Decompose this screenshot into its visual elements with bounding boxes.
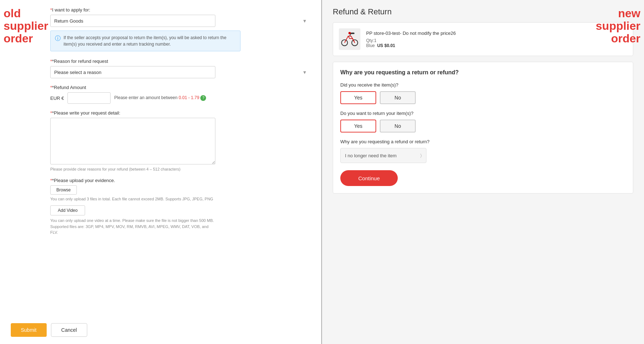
apply-for-chevron-icon: ▼ [302, 18, 307, 24]
detail-label: **Please write your request detail: [50, 110, 311, 116]
detail-section: **Please write your request detail: Plea… [50, 110, 311, 171]
video-hint: You can only upload one video at a time.… [50, 218, 215, 236]
svg-rect-3 [351, 33, 354, 34]
reason-select-value: I no longer need the item [345, 153, 397, 158]
q1-btn-group: Yes No [340, 91, 626, 104]
reason-chevron-icon: ▼ [302, 70, 307, 75]
upload-hint: You can only upload 3 files in total. Ea… [50, 197, 215, 201]
reason-label: **Reason for refund request [50, 59, 311, 64]
q2-btn-group: Yes No [340, 120, 626, 133]
question-card-title: Why are you requesting a return or refun… [340, 69, 626, 76]
watermark-left: old supplier order [4, 7, 48, 45]
info-icon: ⓘ [55, 35, 61, 42]
amount-hint: Please enter an amount between 0.01 - 1.… [114, 95, 206, 101]
apply-for-label: *I want to apply for: [50, 7, 311, 13]
question-row-2: Do you want to return your item(s)? Yes … [340, 111, 626, 133]
q1-no-button[interactable]: No [380, 91, 416, 104]
refund-amount-section: **Refund Amount EUR € Please enter an am… [50, 85, 311, 104]
product-price: US $0.01 [377, 43, 395, 48]
reason-select[interactable]: Please select a reason [50, 66, 215, 78]
q2-yes-button[interactable]: Yes [340, 120, 376, 133]
q1-yes-button[interactable]: Yes [340, 91, 376, 104]
q3-text: Why are you requesting a refund or retur… [340, 139, 626, 144]
question-row-1: Did you receive the item(s)? Yes No [340, 82, 626, 104]
detail-textarea[interactable] [50, 118, 215, 164]
product-card: PP store-03-test- Do not modify the pric… [333, 22, 633, 56]
currency-label: EUR € [50, 96, 64, 101]
svg-point-2 [349, 32, 351, 34]
product-variant: Blue [366, 43, 375, 48]
continue-button[interactable]: Continue [340, 170, 398, 186]
product-qty: Qty:1 [366, 38, 377, 43]
question-card: Why are you requesting a return or refun… [333, 62, 633, 194]
info-text: If the seller accepts your proposal to r… [64, 34, 236, 47]
q2-no-button[interactable]: No [380, 120, 416, 133]
motorcycle-icon [341, 30, 359, 48]
q2-text: Do you want to return your item(s)? [340, 111, 626, 116]
submit-button[interactable]: Submit [11, 323, 47, 337]
product-meta: Qty:1 Blue US $0.01 [366, 38, 456, 48]
refund-amount-row: EUR € Please enter an amount between 0.0… [50, 92, 311, 104]
detail-hint: Please provide clear reasons for your re… [50, 167, 311, 171]
browse-button[interactable]: Browse [50, 185, 77, 195]
apply-for-select[interactable]: Return Goods [50, 15, 215, 27]
reason-chevron-icon: 〉 [420, 153, 422, 158]
evidence-section: **Please upload your evidence. Browse Yo… [50, 178, 311, 236]
reason-section: **Reason for refund request Please selec… [50, 59, 311, 78]
product-image [339, 28, 360, 50]
refund-amount-label: **Refund Amount [50, 85, 311, 90]
q1-text: Did you receive the item(s)? [340, 82, 626, 88]
product-info: PP store-03-test- Do not modify the pric… [366, 31, 456, 48]
bottom-buttons: Submit Cancel [11, 323, 87, 337]
product-name: PP store-03-test- Do not modify the pric… [366, 31, 456, 36]
question-row-3: Why are you requesting a refund or retur… [340, 139, 626, 163]
amount-input[interactable] [67, 92, 111, 104]
amount-range: 0.01 - 1.79 [179, 95, 199, 100]
apply-for-select-wrapper: Return Goods ▼ [50, 15, 311, 27]
apply-for-section: *I want to apply for: Return Goods ▼ ⓘ I… [50, 7, 311, 51]
evidence-label: **Please upload your evidence. [50, 178, 311, 183]
watermark-right: new supplier order [596, 7, 640, 45]
help-circle-icon[interactable]: ? [200, 95, 206, 101]
add-video-button[interactable]: Add Video [50, 205, 85, 215]
left-content: *I want to apply for: Return Goods ▼ ⓘ I… [50, 7, 311, 236]
right-title: Refund & Return [333, 7, 633, 17]
cancel-button[interactable]: Cancel [51, 323, 88, 337]
return-info-box: ⓘ If the seller accepts your proposal to… [50, 31, 241, 51]
left-panel: old supplier order *I want to apply for:… [0, 0, 322, 344]
right-panel: new supplier order Refund & Return PP st… [322, 0, 644, 344]
reason-select-wrapper: Please select a reason ▼ [50, 66, 311, 78]
reason-dropdown[interactable]: I no longer need the item 〉 [340, 148, 426, 163]
